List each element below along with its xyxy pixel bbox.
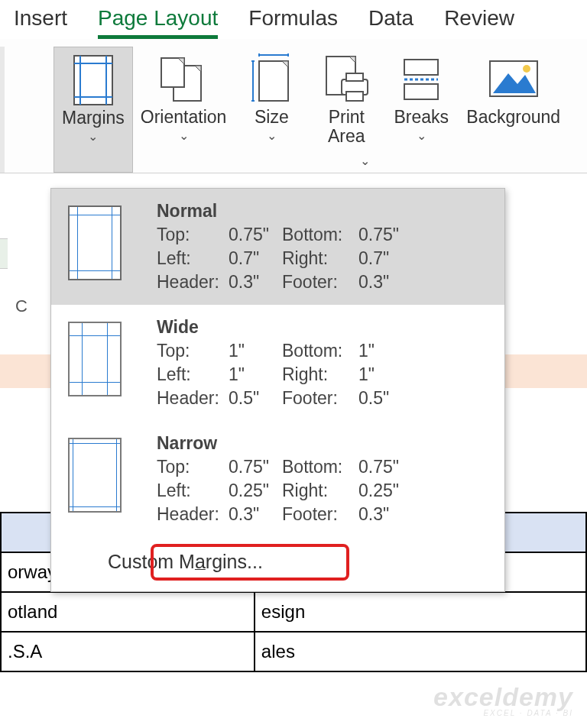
row-header-fragment <box>0 238 8 269</box>
ribbon-tabs: Insert Page Layout Formulas Data Review <box>0 0 587 39</box>
narrow-margin-thumb-icon <box>68 438 122 513</box>
tab-data[interactable]: Data <box>368 6 413 39</box>
margin-preset-wide[interactable]: Wide Top:1"Bottom:1" Left:1"Right:1" Hea… <box>51 305 504 421</box>
chevron-down-icon: ⌄ <box>267 128 277 143</box>
table-cell[interactable]: ales <box>255 632 586 671</box>
table-cell[interactable]: .S.A <box>1 632 255 671</box>
background-button[interactable]: Background <box>459 47 568 173</box>
preset-title: Narrow <box>157 433 497 454</box>
size-button[interactable]: Size ⌄ <box>234 47 309 173</box>
svg-rect-6 <box>161 58 184 87</box>
margin-preset-narrow[interactable]: Narrow Top:0.75"Bottom:0.75" Left:0.25"R… <box>51 421 504 537</box>
tab-formulas[interactable]: Formulas <box>248 6 338 39</box>
svg-rect-16 <box>346 73 363 81</box>
column-header-c[interactable]: C <box>15 296 28 316</box>
margins-icon <box>70 52 117 108</box>
preset-values: Top:0.75"Bottom:0.75" Left:0.7"Right:0.7… <box>157 223 497 294</box>
tab-page-layout[interactable]: Page Layout <box>98 6 218 39</box>
print-area-button[interactable]: PrintArea ⌄ <box>309 47 384 173</box>
breaks-icon <box>398 51 444 108</box>
chevron-down-icon: ⌄ <box>88 129 98 144</box>
table-cell[interactable]: esign <box>255 592 586 632</box>
preset-values: Top:1"Bottom:1" Left:1"Right:1" Header:0… <box>157 339 497 410</box>
preset-title: Wide <box>157 317 497 338</box>
custom-margins-item[interactable]: Custom Margins... <box>51 537 504 591</box>
tab-insert[interactable]: Insert <box>14 6 67 39</box>
normal-margin-thumb-icon <box>68 205 122 280</box>
margin-preset-normal[interactable]: Normal Top:0.75"Bottom:0.75" Left:0.7"Ri… <box>51 189 504 305</box>
watermark: exceldemy EXCEL · DATA · BI <box>433 684 573 717</box>
margins-dropdown: Normal Top:0.75"Bottom:0.75" Left:0.7"Ri… <box>50 188 505 592</box>
print-area-icon <box>322 51 371 108</box>
svg-rect-7 <box>259 61 288 101</box>
chevron-down-icon: ⌄ <box>179 128 189 143</box>
chevron-down-icon: ⌄ <box>417 128 426 143</box>
svg-rect-17 <box>346 92 363 101</box>
size-label: Size <box>255 108 289 127</box>
ribbon-edge <box>0 47 5 173</box>
breaks-label: Breaks <box>394 108 449 127</box>
breaks-button[interactable]: Breaks ⌄ <box>384 47 459 173</box>
table-cell[interactable]: otland <box>1 592 255 632</box>
svg-rect-19 <box>404 84 438 99</box>
orientation-button[interactable]: Orientation ⌄ <box>133 47 235 173</box>
size-icon <box>248 51 294 108</box>
background-label: Background <box>466 108 560 127</box>
svg-point-23 <box>523 65 530 73</box>
orientation-icon <box>157 51 210 108</box>
preset-title: Normal <box>157 201 497 222</box>
ribbon: Margins ⌄ Orientation ⌄ Size ⌄ PrintArea… <box>0 39 587 173</box>
margins-label: Margins <box>62 108 125 128</box>
preset-values: Top:0.75"Bottom:0.75" Left:0.25"Right:0.… <box>157 455 497 526</box>
margins-button[interactable]: Margins ⌄ <box>54 47 133 173</box>
svg-rect-18 <box>404 60 438 75</box>
wide-margin-thumb-icon <box>68 322 122 396</box>
chevron-down-icon: ⌄ <box>360 154 370 168</box>
tab-review[interactable]: Review <box>444 6 514 39</box>
orientation-label: Orientation <box>141 108 227 127</box>
background-icon <box>487 51 540 108</box>
print-area-label: PrintArea <box>328 108 365 147</box>
